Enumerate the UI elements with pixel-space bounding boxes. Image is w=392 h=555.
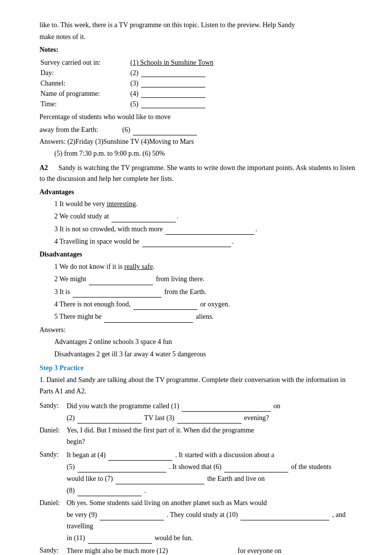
- conv-daniel2: Daniel: Oh yes. Some students said livin…: [39, 497, 357, 509]
- adv4: 4 Travelling in space would be .: [39, 236, 357, 247]
- conv-blank-7: [116, 472, 204, 484]
- conv-blank-11: [88, 532, 152, 544]
- answers2-adv: Advantages 2 online schools 3 space 4 fu…: [39, 337, 357, 347]
- conv-daniel1-line2: begin?: [39, 436, 357, 447]
- survey-label: Survey carried out in:: [40, 58, 129, 67]
- answers-line1: Answers: (2)Friday (3)Sunshine TV (4)Mov…: [39, 136, 357, 147]
- disadvantages-title: Disadvantages: [39, 249, 357, 260]
- conv-sandy1-content: Did you watch the programme called (1) o…: [67, 400, 357, 412]
- conv-blank-8: [78, 484, 142, 496]
- intro-section: like to. This week, there is a TV progra…: [39, 20, 357, 43]
- conv-blank-5: [78, 461, 166, 472]
- notes-section: Notes: Survey carried out in: (1) School…: [39, 44, 357, 160]
- a2-label: A2: [39, 164, 48, 171]
- dis5: 5 There might be aliens.: [39, 311, 357, 322]
- adv3-blank: [165, 223, 254, 235]
- answers2-section: Answers: Advantages 2 online schools 3 s…: [39, 325, 357, 360]
- conv-sandy2: Sandy: It began at (4) . It started with…: [39, 449, 357, 461]
- time-label: Time:: [40, 99, 129, 109]
- a2-section: A2 Sandy is watching the TV programme. S…: [39, 163, 357, 185]
- conv-blank-3: [177, 412, 241, 424]
- adv2: 2 We could study at .: [39, 211, 357, 222]
- daniel-label2: Daniel:: [39, 497, 67, 509]
- intro-line2: make notes of it.: [39, 32, 357, 43]
- conv-daniel1-content: Yes, I did. But I missed the first part …: [67, 425, 357, 436]
- time-blank-line: [141, 100, 205, 108]
- conv-daniel2-line3: in (11) would be fun.: [39, 532, 357, 544]
- conv-blank-10: [240, 509, 329, 520]
- conv-sandy3-content: There might also be much more (12) for e…: [67, 545, 357, 555]
- notes-table: Survey carried out in: (1) Schools in Su…: [39, 57, 357, 110]
- notes-label: Notes:: [39, 44, 357, 55]
- conv-blank-4: [108, 449, 172, 461]
- step3-q1: 1. Daniel and Sandy are talking about th…: [39, 375, 357, 397]
- conv-sandy2-content: It began at (4) . It started with a disc…: [67, 449, 357, 461]
- page: like to. This week, there is a TV progra…: [0, 0, 392, 555]
- adv2-blank: [112, 211, 176, 222]
- day-label: Day:: [40, 68, 129, 78]
- conv-daniel2-line2: be very (9) . They could study at (10) ,…: [39, 509, 357, 532]
- time-blank: (5): [130, 99, 356, 109]
- advantages-section: Advantages 1 It would be very interestin…: [39, 187, 357, 248]
- percentage-blank-line: [133, 124, 197, 135]
- dis3: 3 It is from the Earth.: [39, 286, 357, 298]
- conv-sandy1-line2: (2) TV last (3) evening?: [39, 412, 357, 424]
- conv-daniel2-content: Oh yes. Some students said living on ano…: [67, 497, 357, 509]
- conv-blank-1: [182, 400, 271, 412]
- channel-blank-line: [141, 79, 205, 87]
- channel-label: Channel:: [40, 79, 129, 88]
- sandy-label1: Sandy:: [39, 400, 67, 412]
- disadvantages-section: Disadvantages 1 We do not know if it is …: [39, 249, 357, 322]
- adv4-blank: [142, 236, 231, 247]
- conv-sandy2-line4: (8) .: [39, 484, 357, 496]
- percentage-line2: away from the Earth: (6): [39, 124, 357, 135]
- day-blank-line: [141, 69, 205, 77]
- dis1: 1 We do not know if it is really safe.: [39, 261, 357, 272]
- channel-blank: (3): [130, 79, 356, 88]
- survey-value: (1) Schools in Sunshine Town: [130, 58, 356, 67]
- answers-line2: (5) from 7:30 p.m. to 9:00 p.m. (6) 50%: [39, 148, 357, 159]
- dis2-blank: [89, 273, 153, 285]
- percentage-line1: Percentage of students who would like to…: [39, 112, 357, 123]
- conv-sandy3: Sandy: There might also be much more (12…: [39, 545, 357, 555]
- conv-sandy2-line2: (5) . It showed that (6) of the students: [39, 461, 357, 472]
- step3-section: Step 3 Practice 1. Daniel and Sandy are …: [39, 363, 357, 397]
- programme-blank: (4): [130, 89, 356, 98]
- daniel-label1: Daniel:: [39, 425, 67, 436]
- conv-blank-6: [224, 461, 288, 472]
- conv-sandy1: Sandy: Did you watch the programme calle…: [39, 400, 357, 412]
- programme-label: Name of programme:: [40, 89, 129, 98]
- conv-blank-12: [171, 545, 235, 555]
- conv-blank-9: [100, 509, 164, 520]
- sandy-label3: Sandy:: [39, 545, 67, 555]
- sandy-label2: Sandy:: [39, 449, 67, 461]
- answers2-label: Answers:: [39, 325, 357, 336]
- adv1: 1 It would be very interesting.: [39, 199, 357, 210]
- dis3-blank: [73, 286, 161, 298]
- advantages-title: Advantages: [39, 187, 357, 198]
- conv-blank-2: [78, 412, 142, 424]
- dis4: 4 There is not enough food, or oxygen.: [39, 299, 357, 310]
- conv-sandy2-line3: would like to (7) the Earth and live on: [39, 472, 357, 484]
- answers2-dis: Disadvantages 2 get ill 3 far away 4 wat…: [39, 349, 357, 360]
- step3-label: Step 3 Practice: [39, 363, 357, 374]
- day-blank: (2): [130, 68, 356, 78]
- a2-intro: A2 Sandy is watching the TV programme. S…: [39, 163, 357, 185]
- dis4-blank: [133, 299, 197, 310]
- adv3: 3 It is not so crowded, with much more .: [39, 223, 357, 235]
- intro-line1: like to. This week, there is a TV progra…: [39, 20, 357, 31]
- programme-blank-line: [141, 89, 205, 98]
- conv-daniel1: Daniel: Yes, I did. But I missed the fir…: [39, 425, 357, 436]
- dis5-blank: [104, 311, 193, 322]
- conversation-section: Sandy: Did you watch the programme calle…: [39, 400, 357, 555]
- dis2: 2 We might from living there.: [39, 273, 357, 285]
- a2-text: Sandy is watching the TV programme. She …: [39, 164, 355, 182]
